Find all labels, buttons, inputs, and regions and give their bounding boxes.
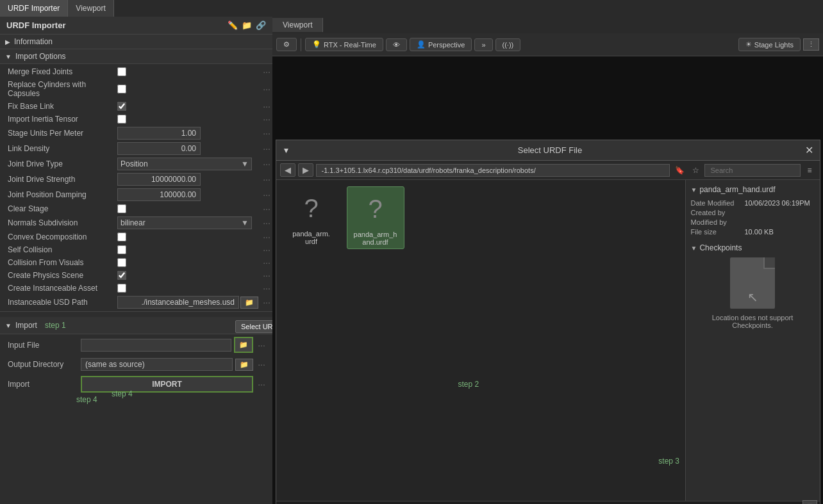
checkpoints-title-text: Checkpoints xyxy=(699,243,742,252)
collision-from-visuals-dots: ··· xyxy=(261,257,272,268)
clear-stage-control[interactable] xyxy=(115,203,261,215)
joint-drive-strength-dots: ··· xyxy=(261,174,272,184)
viewport-tab[interactable]: Viewport xyxy=(272,18,323,32)
joint-position-damping-input[interactable] xyxy=(117,188,201,201)
link-density-control[interactable] xyxy=(115,141,261,156)
convex-decomposition-label: Convex Decomposition xyxy=(0,231,115,243)
grid-view-btn[interactable]: ⊞ xyxy=(802,500,817,504)
merge-fixed-joints-checkbox[interactable] xyxy=(117,67,126,76)
self-collision-checkbox[interactable] xyxy=(117,245,126,254)
arrows-btn[interactable]: » xyxy=(474,38,492,51)
joint-drive-strength-input[interactable] xyxy=(117,173,201,186)
checkpoints-section: ▼ Checkpoints ↖ Location does not suppor… xyxy=(691,243,815,329)
convex-decomposition-control[interactable] xyxy=(115,231,261,243)
viewport-area: ▼ Select URDF File ✕ ◀ ▶ -1.1.3+105.1.lx… xyxy=(272,56,823,504)
meta-key-date: Date Modified xyxy=(691,199,742,207)
instanceable-browse-btn[interactable]: 📁 xyxy=(240,297,258,309)
create-instanceable-asset-checkbox[interactable] xyxy=(117,284,126,293)
rtx-btn[interactable]: 💡 RTX - Real-Time xyxy=(305,38,383,51)
link-density-input[interactable] xyxy=(117,142,201,155)
import-inertia-tensor-control[interactable] xyxy=(115,113,261,125)
more-options-btn[interactable]: ⋮ xyxy=(803,38,819,51)
merge-fixed-joints-label: Merge Fixed Joints xyxy=(0,65,115,78)
arrow-icon: ▶ xyxy=(5,38,10,45)
meta-val-date: 10/06/2023 06:19PM xyxy=(745,199,810,207)
import-inertia-tensor-dots: ··· xyxy=(261,114,272,124)
nav-forward-btn[interactable]: ▶ xyxy=(298,163,313,177)
file-icon-1: ? xyxy=(292,189,331,227)
joint-drive-type-control[interactable]: Position ▼ xyxy=(115,156,261,172)
import-inertia-tensor-checkbox[interactable] xyxy=(117,115,126,124)
self-collision-dots: ··· xyxy=(261,245,272,255)
joint-position-damping-control[interactable] xyxy=(115,187,261,202)
stage-units-input[interactable] xyxy=(117,127,201,140)
output-directory-input[interactable] xyxy=(81,358,233,371)
stage-lights-btn[interactable]: ☀ Stage Lights xyxy=(738,38,801,51)
section-import-options[interactable]: ▼ Import Options xyxy=(0,49,272,64)
clear-stage-checkbox[interactable] xyxy=(117,204,126,213)
section-information[interactable]: ▶ Information xyxy=(0,35,272,49)
import-action-label: Import xyxy=(8,380,78,389)
perspective-btn[interactable]: 👤 Perspective xyxy=(410,38,472,51)
normals-subdivision-control[interactable]: bilinear ▼ xyxy=(115,215,261,231)
create-instanceable-asset-control[interactable] xyxy=(115,282,261,294)
eye-btn[interactable]: 👁 xyxy=(386,38,407,51)
replace-cylinders-control[interactable] xyxy=(115,83,261,95)
dialog-title: Select URDF File xyxy=(295,145,805,155)
instanceable-usd-path-input[interactable] xyxy=(117,296,239,309)
tab-viewport[interactable]: Viewport xyxy=(68,0,113,17)
select-urdf-dialog: ▼ Select URDF File ✕ ◀ ▶ -1.1.3+105.1.lx… xyxy=(276,140,820,504)
clear-stage-dots: ··· xyxy=(261,204,272,214)
star-icon[interactable]: ☆ xyxy=(690,165,702,176)
collision-from-visuals-checkbox[interactable] xyxy=(117,258,126,267)
bookmark-icon[interactable]: 🔖 xyxy=(672,165,687,176)
file-item-panda-arm[interactable]: ? panda_arm.urdf xyxy=(283,186,340,249)
nav-back-btn[interactable]: ◀ xyxy=(280,163,295,177)
stage-units-control[interactable] xyxy=(115,126,261,141)
output-directory-label: Output Directory xyxy=(8,360,78,369)
fix-base-link-checkbox[interactable] xyxy=(117,102,126,111)
search-input[interactable] xyxy=(704,164,801,177)
rtx-label: RTX - Real-Time xyxy=(324,41,376,49)
select-urdf-btn[interactable]: 📁 Select URDF xyxy=(234,337,253,353)
import-button[interactable]: IMPORT xyxy=(81,376,253,393)
link-density-label: Link Density xyxy=(0,142,115,155)
collision-from-visuals-label: Collision From Visuals xyxy=(0,256,115,269)
file-icon-2: ? xyxy=(356,190,395,228)
section-import[interactable]: ▼ Import step 1 xyxy=(0,317,272,334)
sun-icon: ☀ xyxy=(745,40,752,49)
step4-label-2: step 4 xyxy=(74,394,100,405)
merge-fixed-joints-control[interactable] xyxy=(115,66,261,77)
create-instanceable-asset-label: Create Instanceable Asset xyxy=(0,282,115,295)
folder-icon[interactable]: 📁 xyxy=(242,20,252,30)
settings-btn[interactable]: ⚙ xyxy=(276,38,297,51)
fix-base-link-control[interactable] xyxy=(115,101,261,112)
self-collision-control[interactable] xyxy=(115,244,261,256)
create-physics-scene-checkbox[interactable] xyxy=(117,271,126,280)
tab-urdf-importer[interactable]: URDF Importer xyxy=(0,0,68,17)
nav-path: -1.1.3+105.1.lx64.r.cp310/data/urdf/robo… xyxy=(316,164,670,177)
output-directory-browse-btn[interactable]: 📁 xyxy=(235,359,253,371)
file-name-2: panda_arm_hand.urdf xyxy=(354,231,397,246)
link-icon[interactable]: 🔗 xyxy=(256,20,266,30)
meta-key-size: File size xyxy=(691,228,742,236)
collision-from-visuals-control[interactable] xyxy=(115,257,261,268)
edit-icon[interactable]: ✏️ xyxy=(228,20,238,30)
self-collision-label: Self Collision xyxy=(0,243,115,256)
convex-decomposition-checkbox[interactable] xyxy=(117,232,126,241)
file-item-panda-arm-hand[interactable]: ? panda_arm_hand.urdf xyxy=(347,186,404,249)
nav-menu-icon[interactable]: ≡ xyxy=(803,165,815,176)
input-file-input[interactable] xyxy=(81,339,231,352)
checkpoints-arrow-icon: ▼ xyxy=(691,245,697,252)
perspective-label: Perspective xyxy=(428,41,465,49)
audio-btn[interactable]: ((·)) xyxy=(495,38,521,51)
joint-drive-type-select[interactable]: Position ▼ xyxy=(117,158,252,170)
normals-subdivision-select[interactable]: bilinear ▼ xyxy=(117,216,252,229)
create-physics-scene-control[interactable] xyxy=(115,270,261,281)
instanceable-usd-path-control[interactable]: 📁 xyxy=(115,295,261,310)
input-file-label: Input File xyxy=(8,341,78,350)
joint-drive-strength-control[interactable] xyxy=(115,172,261,187)
dialog-nav: ◀ ▶ -1.1.3+105.1.lx64.r.cp310/data/urdf/… xyxy=(276,161,820,180)
replace-cylinders-checkbox[interactable] xyxy=(117,85,126,93)
dialog-close-btn[interactable]: ✕ xyxy=(805,144,813,156)
